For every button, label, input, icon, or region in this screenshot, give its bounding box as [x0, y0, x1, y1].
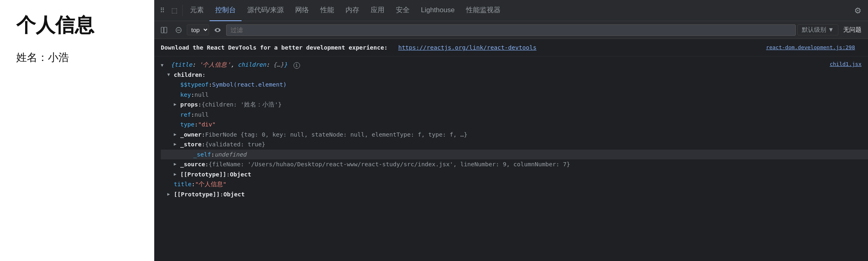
inspect-element-icon[interactable]: ⬚ — [168, 4, 181, 17]
obj-self-val: undefined — [214, 150, 246, 159]
svg-point-4 — [217, 29, 218, 30]
obj-props-row: props: {children: '姓名：小浩'} — [161, 100, 868, 109]
obj-title-colon: : — [192, 180, 195, 189]
obj-source-key: _source — [180, 160, 205, 169]
name-label: 姓名：小浩 — [16, 50, 138, 65]
obj-ref-row: ref: null — [161, 110, 868, 120]
expand-children-triangle[interactable] — [167, 71, 173, 77]
tab-network[interactable]: 网络 — [289, 0, 315, 21]
obj-title-key-row: title — [174, 180, 192, 189]
obj-root-row-inner: {title: '个人信息', children: {…}} i child1.… — [161, 60, 868, 69]
obj-prototype1-val: Object — [230, 170, 251, 179]
context-selector[interactable]: top — [187, 24, 209, 35]
clear-console-button[interactable] — [172, 25, 185, 35]
obj-title-val: '个人信息' — [199, 61, 231, 68]
obj-children-colon: : — [202, 70, 206, 79]
tab-performance-monitor[interactable]: 性能监视器 — [460, 0, 506, 21]
tab-divider — [182, 5, 183, 16]
download-message-text: Download the React DevTools for a better… — [161, 43, 536, 52]
obj-source-row: _source: {fileName: '/Users/huhao/Deskto… — [161, 159, 868, 169]
page-title: 个人信息 — [16, 12, 138, 38]
obj-title-val-row: "个人信息" — [195, 180, 226, 189]
devtools-panel: ⠿ ⬚ 元素 控制台 源代码/来源 网络 性能 内存 应用 安全 Lightho… — [154, 0, 868, 261]
obj-root-brace-close: } — [284, 61, 287, 68]
clear-icon — [175, 27, 182, 33]
no-issues-label: 无问题 — [840, 26, 865, 34]
obj-store-key: _store — [180, 140, 201, 149]
obj-props-key: props — [180, 100, 198, 109]
obj-typeof-key: $$typeof — [180, 80, 209, 89]
obj-root-row: {title: '个人信息', children: {…}} i child1.… — [161, 60, 868, 70]
obj-owner-val: FiberNode {tag: 0, key: null, stateNode:… — [205, 130, 467, 139]
svg-rect-0 — [161, 27, 164, 33]
info-badge[interactable]: i — [294, 62, 300, 69]
settings-icon[interactable]: ⚙ — [850, 3, 866, 18]
expand-source-triangle[interactable] — [174, 161, 179, 166]
tab-security[interactable]: 安全 — [390, 0, 415, 21]
obj-type-key: type — [180, 120, 194, 129]
console-output: Download the React DevTools for a better… — [154, 39, 868, 261]
download-bold-text: Download the React DevTools for a better… — [161, 44, 388, 51]
obj-type-row: type: "div" — [161, 120, 868, 129]
react-devtools-link[interactable]: https://reactjs.org/link/react-devtools — [398, 44, 536, 51]
sidebar-icon — [161, 27, 167, 33]
obj-ref-key: ref — [180, 110, 191, 119]
obj-self-key: _self — [193, 150, 211, 159]
obj-typeof-colon: : — [209, 80, 212, 89]
obj-root-content: {title: '个人信息', children: {…}} i — [161, 60, 300, 69]
tab-lighthouse[interactable]: Lighthouse — [415, 0, 460, 21]
tab-sources[interactable]: 源代码/来源 — [242, 0, 289, 21]
console-object-tree: {title: '个人信息', children: {…}} i child1.… — [154, 57, 868, 202]
obj-key-colon: : — [191, 90, 194, 99]
obj-ref-colon: : — [191, 110, 194, 119]
obj-source-val: {fileName: '/Users/huhao/Desktop/react-w… — [209, 160, 570, 169]
obj-key-key: key — [180, 90, 191, 99]
log-level-button[interactable]: 默认级别 ▼ — [797, 24, 838, 35]
filter-input[interactable] — [226, 24, 796, 36]
obj-ref-val: null — [194, 110, 209, 119]
obj-children-row: children: — [161, 70, 868, 80]
tab-memory[interactable]: 内存 — [340, 0, 365, 21]
expand-root-triangle[interactable] — [161, 62, 166, 67]
obj-prototype2-val: Object — [223, 190, 244, 199]
obj-prototype1-row: [[Prototype]]: Object — [161, 170, 868, 179]
obj-colon1: : — [192, 61, 199, 68]
obj-type-colon: : — [194, 120, 198, 129]
expand-prototype1-triangle[interactable] — [174, 171, 179, 176]
eye-icon — [214, 27, 221, 33]
obj-prototype1-key: [[Prototype]] — [180, 170, 227, 179]
download-react-devtools-message: Download the React DevTools for a better… — [154, 39, 868, 57]
source-ref-1[interactable]: react-dom.development.js:298 — [766, 44, 862, 52]
cursor-icon[interactable]: ⠿ — [157, 4, 168, 17]
obj-store-val: {validated: true} — [205, 140, 265, 149]
obj-props-colon: : — [198, 100, 202, 109]
source-ref-2[interactable]: child1.jsx — [830, 60, 868, 68]
expand-store-triangle[interactable] — [174, 141, 179, 146]
expand-props-triangle[interactable] — [174, 101, 179, 107]
sidebar-toggle-button[interactable] — [158, 25, 171, 35]
console-toolbar: top 默认级别 ▼ 无问题 — [154, 21, 868, 39]
obj-typeof-val: Symbol(react.element) — [212, 80, 287, 89]
obj-children-key-inline: children — [238, 61, 266, 68]
obj-props-val: {children: '姓名：小浩'} — [201, 100, 281, 109]
expand-owner-triangle[interactable] — [174, 131, 179, 137]
tab-console[interactable]: 控制台 — [209, 0, 242, 21]
obj-prototype2-key: [[Prototype]] — [174, 190, 220, 199]
svg-rect-1 — [164, 27, 167, 33]
obj-source-colon: : — [205, 160, 209, 169]
tab-application[interactable]: 应用 — [365, 0, 390, 21]
tab-performance[interactable]: 性能 — [315, 0, 340, 21]
obj-prototype2-row: [[Prototype]]: Object — [161, 189, 868, 199]
obj-store-row: _store: {validated: true} — [161, 139, 868, 149]
eye-icon-button[interactable] — [211, 26, 225, 35]
obj-colon2: : — [266, 61, 273, 68]
obj-key-val: null — [194, 90, 209, 99]
obj-typeof-row: $$typeof: Symbol(react.element) — [161, 80, 868, 89]
devtools-tabbar: ⠿ ⬚ 元素 控制台 源代码/来源 网络 性能 内存 应用 安全 Lightho… — [154, 0, 868, 21]
obj-self-colon: : — [211, 150, 215, 159]
expand-prototype2-triangle[interactable] — [167, 191, 173, 196]
obj-prototype1-colon: : — [227, 170, 230, 179]
obj-title-key: title — [174, 61, 192, 68]
tab-elements[interactable]: 元素 — [184, 0, 209, 21]
obj-owner-key: _owner — [180, 130, 201, 139]
